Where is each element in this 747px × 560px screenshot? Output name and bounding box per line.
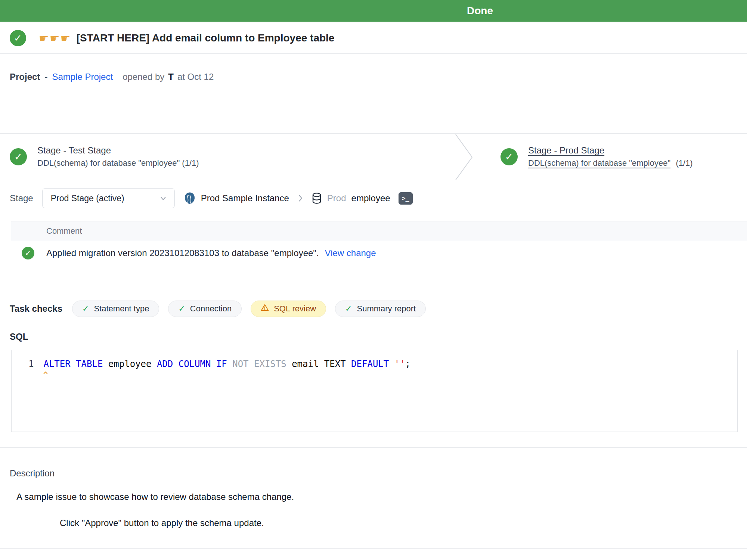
sql-heading: SQL bbox=[10, 332, 747, 342]
comment-table: Comment ✓ Applied migration version 2023… bbox=[11, 221, 747, 265]
breadcrumb-chevron-icon bbox=[296, 193, 305, 203]
issue-done-check-icon: ✓ bbox=[10, 30, 26, 46]
issue-title: ☛☛☛ [START HERE] Add email column to Emp… bbox=[39, 32, 334, 45]
project-link[interactable]: Sample Project bbox=[52, 72, 113, 82]
task-check-badges: ✓Statement type✓ConnectionSQL review✓Sum… bbox=[72, 301, 426, 317]
sql-token-plain: employee bbox=[103, 359, 157, 369]
database-breadcrumb: Prod Sample Instance Prod employee >_ bbox=[184, 192, 413, 205]
check-icon: ✓ bbox=[82, 304, 89, 314]
database-env-label: Prod bbox=[327, 193, 346, 203]
sql-token-muted: NOT EXISTS bbox=[232, 359, 286, 369]
divider bbox=[0, 447, 747, 448]
sql-token-keyword: ALTER TABLE bbox=[43, 359, 103, 369]
sql-token-plain: email TEXT bbox=[286, 359, 351, 369]
stage-prod-done-check-icon: ✓ bbox=[500, 148, 518, 165]
instance-link[interactable]: Prod Sample Instance bbox=[201, 193, 289, 203]
divider bbox=[0, 548, 747, 549]
comment-row: ✓ Applied migration version 202310120831… bbox=[11, 241, 747, 265]
project-separator: - bbox=[44, 72, 47, 82]
sql-code-block[interactable]: 1 ALTER TABLE employee ADD COLUMN IF NOT… bbox=[11, 350, 738, 432]
task-check-badge-statement-type[interactable]: ✓Statement type bbox=[72, 301, 159, 317]
issue-title-text: [START HERE] Add email column to Employe… bbox=[77, 32, 335, 44]
status-banner: Done bbox=[0, 0, 747, 22]
task-check-badge-label: Statement type bbox=[94, 304, 149, 314]
comment-success-check-icon: ✓ bbox=[22, 247, 34, 259]
check-icon: ✓ bbox=[345, 304, 352, 314]
stage-prod-subtitle-suffix: (1/1) bbox=[676, 158, 692, 168]
task-check-badge-sql-review[interactable]: SQL review bbox=[251, 301, 326, 317]
check-icon: ✓ bbox=[178, 304, 185, 314]
task-checks-label: Task checks bbox=[10, 304, 62, 314]
warning-triangle-icon bbox=[261, 304, 269, 314]
task-checks-row: Task checks ✓Statement type✓ConnectionSQ… bbox=[10, 301, 747, 317]
task-check-badge-connection[interactable]: ✓Connection bbox=[168, 301, 242, 317]
sql-token-plain bbox=[389, 359, 394, 369]
stage-select-value: Prod Stage (active) bbox=[51, 193, 124, 203]
sql-editor-terminal-button[interactable]: >_ bbox=[399, 192, 413, 205]
stage-prod-subtitle: DDL(schema) for database "employee" (1/1… bbox=[528, 158, 693, 169]
stage-select-dropdown[interactable]: Prod Stage (active) bbox=[42, 188, 175, 208]
pointer-emoji-icon: ☛☛☛ bbox=[39, 32, 71, 45]
sql-code-line: 1 ALTER TABLE employee ADD COLUMN IF NOT… bbox=[12, 358, 737, 370]
creator-name: T bbox=[168, 72, 174, 82]
sql-line-number: 1 bbox=[28, 358, 34, 370]
task-check-badge-summary-report[interactable]: ✓Summary report bbox=[335, 301, 426, 317]
divider bbox=[0, 53, 747, 54]
sql-token-plain bbox=[227, 359, 232, 369]
stage-selector-label: Stage bbox=[10, 193, 33, 203]
stage-separator-chevron-icon bbox=[455, 134, 474, 181]
stage-test-done-check-icon: ✓ bbox=[10, 148, 27, 165]
sql-token-plain: ; bbox=[405, 359, 410, 369]
sql-code-line-content: ALTER TABLE employee ADD COLUMN IF NOT E… bbox=[43, 358, 410, 370]
stage-selector-row: Stage Prod Stage (active) Prod Sample In… bbox=[10, 188, 747, 208]
sql-token-keyword: ADD COLUMN IF bbox=[157, 359, 227, 369]
task-check-badge-label: SQL review bbox=[274, 304, 316, 314]
opened-by-label: opened by bbox=[123, 72, 164, 82]
status-banner-label: Done bbox=[467, 5, 493, 17]
postgresql-icon bbox=[184, 192, 196, 205]
view-change-link[interactable]: View change bbox=[325, 248, 376, 258]
opened-at: at Oct 12 bbox=[177, 72, 214, 82]
sql-token-keyword: DEFAULT bbox=[351, 359, 389, 369]
stage-item-prod[interactable]: ✓ Stage - Prod Stage DDL(schema) for dat… bbox=[500, 134, 693, 180]
database-icon bbox=[311, 192, 322, 204]
opened-info: opened by T at Oct 12 bbox=[123, 72, 214, 82]
task-check-badge-label: Connection bbox=[190, 304, 232, 314]
project-label: Project bbox=[10, 72, 40, 82]
stage-prod-title: Stage - Prod Stage bbox=[528, 145, 693, 156]
task-check-badge-label: Summary report bbox=[357, 304, 416, 314]
stage-prod-subtitle-link: DDL(schema) for database "employee" bbox=[528, 158, 670, 168]
description-line-1: A sample issue to showcase how to review… bbox=[16, 492, 747, 502]
divider bbox=[0, 285, 747, 285]
stage-test-subtitle: DDL(schema) for database "employee" (1/1… bbox=[37, 158, 199, 169]
stage-stepper: ✓ Stage - Test Stage DDL(schema) for dat… bbox=[0, 133, 747, 180]
project-meta-row: Project - Sample Project opened by T at … bbox=[10, 72, 747, 82]
comment-table-header: Comment bbox=[11, 221, 747, 241]
issue-title-row: ✓ ☛☛☛ [START HERE] Add email column to E… bbox=[10, 30, 737, 46]
sql-token-string: '' bbox=[394, 359, 405, 369]
description-heading: Description bbox=[10, 468, 747, 479]
description-line-2: Click "Approve" button to apply the sche… bbox=[60, 518, 747, 528]
sql-warning-caret: ^ bbox=[43, 370, 737, 379]
chevron-down-icon bbox=[159, 194, 168, 203]
stage-test-title: Stage - Test Stage bbox=[37, 145, 199, 156]
database-link[interactable]: employee bbox=[351, 193, 390, 203]
comment-text: Applied migration version 20231012083103… bbox=[46, 248, 319, 258]
stage-item-test[interactable]: ✓ Stage - Test Stage DDL(schema) for dat… bbox=[10, 134, 199, 180]
